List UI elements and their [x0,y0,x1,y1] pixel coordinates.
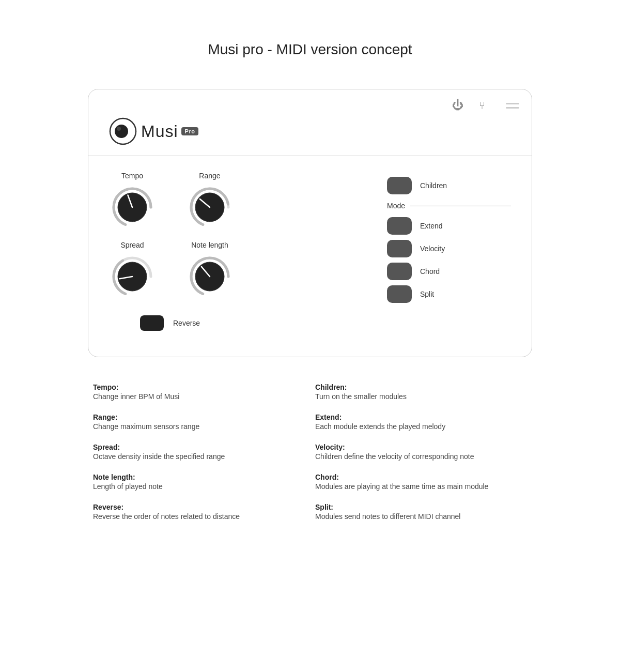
note-length-knob-group: Note length [187,241,233,300]
desc-term: Tempo: [93,383,305,391]
svg-point-1 [115,125,128,138]
extend-label: Extend [420,222,443,230]
desc-item: Spread:Octave density inside the specifi… [93,443,305,461]
split-switch-row: Split [387,285,511,303]
knobs-row-2: Spread Note length [109,241,366,300]
desc-item: Tempo:Change inner BPM of Musi [93,383,305,401]
tempo-knob-group: Tempo [109,172,156,231]
range-knob-group: Range [187,172,233,231]
spread-label: Spread [120,241,144,249]
description-section: Tempo:Change inner BPM of MusiRange:Chan… [88,383,532,521]
tempo-knob[interactable] [109,184,156,231]
desc-term: Split: [315,503,527,511]
extend-switch-row: Extend [387,217,511,235]
page-title: Musi pro - MIDI version concept [208,41,412,58]
desc-def: Octave density inside the specified rang… [93,452,305,461]
desc-term: Range: [93,413,305,421]
desc-term: Reverse: [93,503,305,511]
hamburger-line-2 [506,107,519,109]
split-button[interactable] [387,285,412,303]
reverse-row: Reverse [109,315,366,331]
range-knob[interactable] [187,184,233,231]
panel-header: ⏻ ⑂ [88,89,532,112]
main-panel: ⏻ ⑂ Musi Pro [88,89,532,357]
desc-def: Change maximum sensors range [93,422,305,431]
desc-def: Children define the velocity of correspo… [315,452,527,461]
logo-icon [109,117,137,145]
desc-item: Chord:Modules are playing at the same ti… [315,473,527,491]
desc-term: Velocity: [315,443,527,451]
chord-label: Chord [420,267,440,276]
desc-def: Change inner BPM of Musi [93,392,305,401]
desc-item: Note length:Length of played note [93,473,305,491]
header-icons: ⏻ ⑂ [452,99,485,112]
reverse-label: Reverse [173,319,200,327]
knobs-row-1: Tempo [109,172,366,231]
range-label: Range [199,172,220,180]
logo-text: Musi [141,122,178,141]
children-row: Children [387,177,511,194]
note-length-label: Note length [191,241,228,249]
desc-def: Modules send notes to different MIDI cha… [315,512,527,521]
desc-def: Turn on the smaller modules [315,392,527,401]
mode-divider: Mode [387,202,511,210]
logo-badge: Pro [181,127,199,135]
mode-label: Mode [387,202,405,210]
children-button[interactable] [387,177,412,194]
spread-knob[interactable] [109,253,156,300]
knobs-section: Tempo [109,172,366,331]
desc-term: Children: [315,383,527,391]
children-label: Children [420,181,447,190]
logo-area: Musi Pro [88,112,532,156]
chord-button[interactable] [387,263,412,280]
desc-def: Modules are playing at the same time as … [315,482,527,491]
desc-col-right: Children:Turn on the smaller modulesExte… [310,383,532,521]
hamburger-line-1 [506,103,519,104]
desc-item: Split:Modules send notes to different MI… [315,503,527,521]
chord-switch-row: Chord [387,263,511,280]
hamburger-menu[interactable] [506,103,519,109]
svg-point-2 [117,127,121,131]
usb-icon[interactable]: ⑂ [479,100,485,112]
split-label: Split [420,290,434,298]
spread-knob-group: Spread [109,241,156,300]
desc-item: Velocity:Children define the velocity of… [315,443,527,461]
mode-line [410,206,511,206]
velocity-button[interactable] [387,240,412,257]
velocity-label: Velocity [420,245,445,253]
panel-content: Tempo [88,156,532,341]
desc-item: Reverse:Reverse the order of notes relat… [93,503,305,521]
velocity-switch-row: Velocity [387,240,511,257]
desc-def: Reverse the order of notes related to di… [93,512,305,521]
desc-item: Range:Change maximum sensors range [93,413,305,431]
desc-term: Note length: [93,473,305,481]
mode-section: Children Mode Extend Velocity Chord [387,172,511,331]
desc-def: Each module extends the played melody [315,422,527,431]
desc-term: Extend: [315,413,527,421]
desc-term: Chord: [315,473,527,481]
power-icon[interactable]: ⏻ [452,99,463,112]
desc-term: Spread: [93,443,305,451]
desc-item: Extend:Each module extends the played me… [315,413,527,431]
tempo-label: Tempo [121,172,143,180]
desc-item: Children:Turn on the smaller modules [315,383,527,401]
desc-col-left: Tempo:Change inner BPM of MusiRange:Chan… [88,383,310,521]
desc-def: Length of played note [93,482,305,491]
note-length-knob[interactable] [187,253,233,300]
extend-button[interactable] [387,217,412,235]
reverse-button[interactable] [140,315,164,331]
